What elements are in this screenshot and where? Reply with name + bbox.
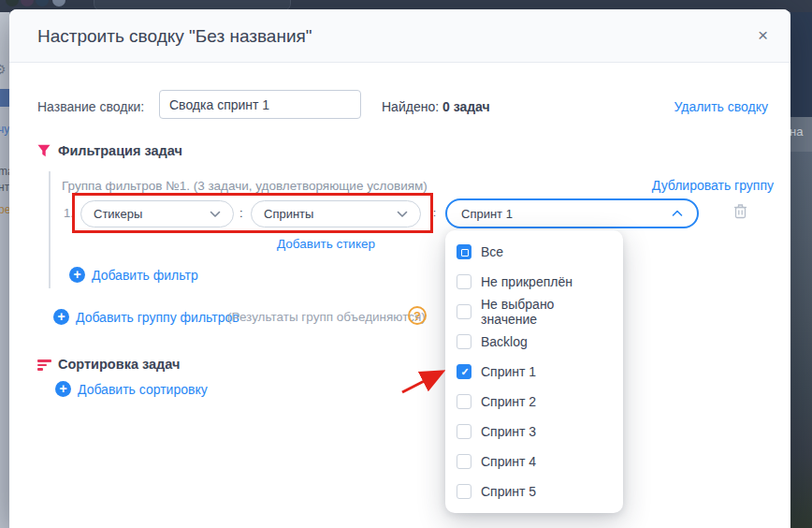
filter-group-line [49, 171, 51, 288]
plus-icon [53, 309, 69, 325]
summary-name-input[interactable] [159, 90, 361, 119]
trash-icon[interactable] [733, 203, 747, 219]
found-count: Найдено: 0 задач [382, 99, 490, 114]
found-value: 0 задач [442, 99, 490, 114]
found-label: Найдено: [382, 99, 439, 114]
menu-item-sprint-3[interactable]: Спринт 3 [445, 417, 623, 447]
menu-item-label: Не прикреплён [481, 274, 573, 289]
checkbox[interactable] [457, 364, 471, 379]
filter-group-note: (Результаты групп объединяются) [227, 310, 426, 324]
sprint-type-dropdown-value: Спринты [264, 207, 313, 221]
menu-item-sprint-1[interactable]: Спринт 1 [445, 357, 623, 387]
menu-item-label: Спринт 1 [481, 364, 536, 379]
delete-summary-link[interactable]: Удалить сводку [674, 99, 768, 114]
add-sort-link[interactable]: Добавить сортировку [78, 382, 208, 397]
menu-item-backlog[interactable]: Backlog [445, 327, 623, 357]
background-text-fragment: чу [0, 123, 9, 136]
sticker-dropdown[interactable]: Стикеры [80, 200, 234, 227]
add-filter-link[interactable]: Добавить фильтр [92, 268, 198, 283]
plus-icon [55, 381, 71, 397]
checkbox[interactable] [457, 454, 471, 469]
sprint-dropdown-menu: Все Не прикреплён Не выбрано значение Ba… [445, 230, 623, 513]
menu-item-label: Спринт 3 [481, 424, 536, 439]
background-text-fragment: mai [0, 165, 9, 178]
menu-item-sprint-4[interactable]: Спринт 4 [445, 447, 623, 477]
background-text-fragment: ред [0, 203, 9, 216]
background-text-fragment: нта [0, 181, 9, 194]
background-text-fragment: на [790, 125, 803, 139]
sprint-value-dropdown[interactable]: Спринт 1 [445, 198, 699, 228]
menu-item-label: Спринт 4 [481, 454, 536, 469]
menu-item-label: Backlog [481, 334, 528, 349]
separator: : [239, 206, 243, 220]
menu-item-label: Спринт 2 [481, 394, 536, 409]
menu-item-not-attached[interactable]: Не прикреплён [445, 267, 623, 297]
configure-summary-modal: Настроить сводку "Без названия" × Назван… [9, 9, 790, 528]
checkbox[interactable] [457, 304, 471, 319]
chevron-down-icon [397, 211, 408, 218]
background-blue-bar [0, 89, 9, 107]
menu-item-label: Все [481, 244, 503, 259]
menu-item-label: Спринт 5 [481, 484, 536, 499]
background-left-band [0, 12, 9, 89]
filter-funnel-icon [37, 144, 51, 157]
menu-item-label: Не выбрано значение [481, 297, 612, 327]
sticker-dropdown-value: Стикеры [94, 207, 142, 221]
background-right-band: на [790, 117, 812, 152]
avatar [36, 0, 49, 7]
duplicate-group-link[interactable]: Дублировать группу [652, 178, 774, 193]
sort-icon [37, 359, 51, 371]
menu-item-sprint-5[interactable]: Спринт 5 [445, 477, 623, 506]
menu-item-no-value[interactable]: Не выбрано значение [445, 297, 623, 327]
avatar [52, 0, 65, 7]
chevron-up-icon [672, 210, 683, 217]
checkbox[interactable] [457, 244, 471, 259]
avatar [21, 0, 34, 7]
gear-icon: ⚙ [0, 62, 7, 77]
menu-item-sprint-2[interactable]: Спринт 2 [445, 387, 623, 417]
close-icon[interactable]: × [754, 9, 772, 61]
sort-section-title: Сортировка задач [58, 357, 180, 372]
background-left-strip: ⚙ чу mai нта ред [0, 12, 9, 528]
sprint-type-dropdown[interactable]: Спринты [251, 200, 421, 227]
sprint-value-dropdown-value: Спринт 1 [461, 207, 513, 221]
summary-name-label: Название сводки: [37, 99, 144, 114]
filter-row-number: 1. [64, 206, 74, 220]
menu-item-all[interactable]: Все [445, 237, 623, 267]
background-right-strip: на [790, 0, 812, 528]
add-filter-group-link[interactable]: Добавить группу фильтров [76, 310, 239, 325]
chevron-down-icon [210, 211, 221, 218]
help-icon[interactable]: ? [408, 306, 427, 325]
plus-icon [69, 267, 85, 283]
background-right-topbar [790, 0, 812, 12]
checkbox[interactable] [457, 394, 471, 409]
checkbox[interactable] [457, 484, 471, 499]
add-sticker-link[interactable]: Добавить стикер [277, 237, 375, 251]
modal-title: Настроить сводку "Без названия" [37, 9, 312, 63]
background-photo [790, 152, 812, 528]
separator: : [433, 207, 436, 218]
checkbox[interactable] [457, 274, 471, 289]
screen: ⚙ чу mai нта ред на Настроить сводку "Бе… [0, 0, 812, 528]
checkbox[interactable] [457, 424, 471, 439]
avatar [6, 0, 19, 7]
filter-section-title: Фильтрация задач [58, 143, 182, 158]
background-right-panel [790, 12, 812, 117]
modal-header: Настроить сводку "Без названия" × [9, 9, 790, 63]
filter-group-label: Группа фильтров №1. (3 задачи, удовлетво… [62, 179, 428, 193]
checkbox[interactable] [457, 334, 471, 349]
